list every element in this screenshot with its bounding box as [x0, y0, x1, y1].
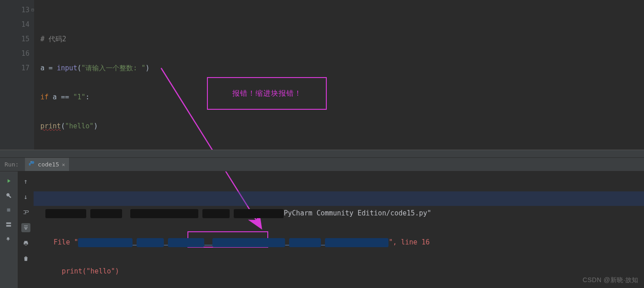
- layout-icon[interactable]: [5, 220, 13, 229]
- line-number: 17: [0, 61, 29, 75]
- run-body: ↑ ↓ PyCharm Community Edition/code15.py"…: [0, 171, 644, 288]
- code-line: if a == "1":: [40, 90, 149, 104]
- path-suffix: PyCharm Community Edition/code15.py": [284, 209, 431, 217]
- up-arrow-icon[interactable]: ↑: [21, 177, 30, 186]
- redacted-segment: [90, 209, 122, 218]
- print-icon[interactable]: [21, 239, 30, 248]
- down-arrow-icon[interactable]: ↓: [21, 192, 30, 201]
- call-token: print: [40, 122, 61, 130]
- redacted-segment: [168, 238, 204, 247]
- redacted-segment: [130, 209, 198, 218]
- console-line: print("hello"): [45, 264, 644, 278]
- rerun-icon[interactable]: [5, 177, 13, 185]
- redacted-segment: [202, 209, 230, 218]
- error-text: File ": [45, 238, 78, 246]
- panel-splitter[interactable]: [0, 150, 644, 158]
- line-number: 15: [0, 32, 29, 46]
- identifier-token: a: [53, 93, 57, 101]
- soft-wrap-icon[interactable]: [21, 208, 30, 217]
- python-file-icon: [29, 161, 35, 168]
- paren-token: ): [145, 64, 149, 72]
- run-header: Run: code15 ✕: [0, 158, 644, 171]
- svg-rect-3: [6, 222, 11, 224]
- scroll-to-end-icon[interactable]: [21, 223, 30, 232]
- close-icon[interactable]: ✕: [62, 161, 65, 168]
- run-toolbar-secondary: ↑ ↓: [17, 171, 34, 288]
- pin-icon[interactable]: [5, 235, 13, 243]
- redacted-segment: [137, 238, 164, 247]
- string-token: "1": [73, 93, 85, 101]
- svg-rect-2: [7, 209, 10, 212]
- redacted-segment: [289, 238, 321, 247]
- line-number: 13: [0, 3, 29, 17]
- run-toolbar-left: [0, 171, 17, 288]
- run-tab-label: code15: [38, 161, 59, 168]
- string-token: "hello": [65, 122, 93, 130]
- redacted-segment: [325, 238, 388, 247]
- wrench-icon[interactable]: [5, 191, 13, 200]
- svg-rect-4: [6, 225, 11, 227]
- operator-token: ==: [57, 93, 73, 101]
- svg-point-1: [31, 161, 31, 162]
- space: [49, 93, 53, 101]
- builtin-token: input: [57, 64, 77, 72]
- code-line: print("hello"): [40, 119, 149, 133]
- stop-icon[interactable]: [5, 206, 13, 214]
- run-tab[interactable]: code15 ✕: [25, 158, 69, 171]
- operator-token: =: [44, 64, 57, 72]
- redacted-segment: [212, 238, 285, 247]
- code-editor[interactable]: 13 14 15 16 17 ⊟ # 代码2 a = input("请输入一个整…: [0, 0, 644, 150]
- file-link[interactable]: [78, 238, 388, 246]
- line-number-gutter: 13 14 15 16 17: [0, 0, 34, 150]
- console-output[interactable]: PyCharm Community Edition/code15.py" Fil…: [34, 171, 644, 288]
- identifier-token: a: [40, 64, 44, 72]
- redacted-segment: [234, 209, 284, 218]
- code-line: a = input("请输入一个整数: "): [40, 61, 149, 75]
- annotation-callout: 报错！缩进块报错！: [207, 77, 327, 110]
- line-number: 16: [0, 46, 29, 61]
- paren-token: ): [93, 122, 98, 130]
- string-token: "请输入一个整数: ": [81, 64, 145, 72]
- redacted-segment: [78, 238, 133, 247]
- line-number: 14: [0, 17, 29, 32]
- run-tool-window: Run: code15 ✕ ↑ ↓ PyCh: [0, 158, 644, 288]
- code-content[interactable]: ⊟ # 代码2 a = input("请输入一个整数: ") if a == "…: [34, 0, 149, 150]
- redacted-segment: [45, 209, 86, 218]
- keyword-token: if: [40, 93, 49, 101]
- trash-icon[interactable]: [21, 254, 30, 263]
- error-text: ", line 16: [388, 238, 429, 246]
- fold-icon[interactable]: ⊟: [31, 3, 36, 7]
- code-line: # 代码2: [40, 32, 149, 46]
- run-label: Run:: [5, 161, 19, 168]
- paren-token: (: [61, 122, 65, 130]
- console-line: PyCharm Community Edition/code15.py": [45, 206, 644, 220]
- paren-token: (: [77, 64, 81, 72]
- comment-token: # 代码2: [40, 35, 66, 43]
- colon-token: :: [85, 93, 89, 101]
- callout-text: 报错！缩进块报错！: [232, 89, 302, 98]
- console-line: File " ", line 16: [45, 235, 644, 249]
